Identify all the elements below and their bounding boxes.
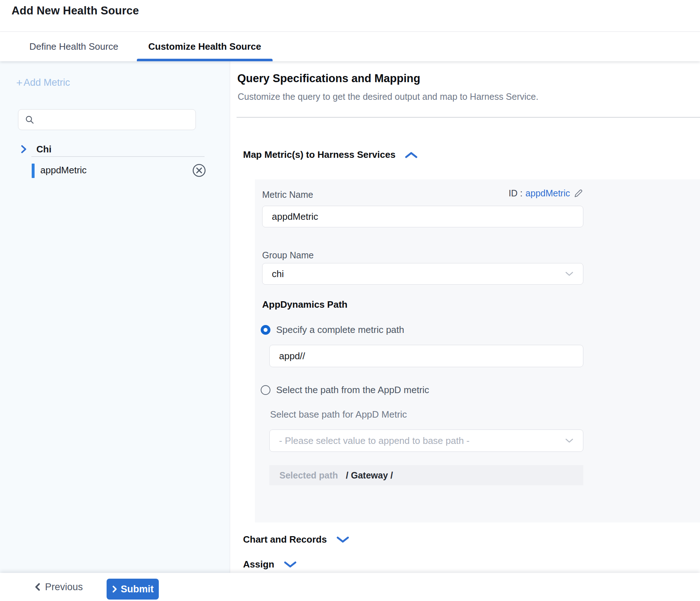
group-name-select[interactable]: chi <box>262 263 583 285</box>
appdynamics-path-heading: AppDynamics Path <box>262 299 347 310</box>
previous-label: Previous <box>45 582 83 593</box>
assign-title: Assign <box>243 559 274 570</box>
metric-name-input[interactable] <box>262 206 583 227</box>
metric-item-label: appdMetric <box>40 165 87 176</box>
base-path-placeholder: - Please select value to append to base … <box>279 435 470 446</box>
search-input[interactable] <box>39 115 196 125</box>
metric-search <box>18 109 196 130</box>
edit-icon[interactable] <box>574 188 583 198</box>
metric-name-label: Metric Name <box>262 190 313 200</box>
radio-unselected-icon <box>261 385 270 395</box>
chevron-right-icon <box>112 585 117 593</box>
divider <box>31 156 205 157</box>
page-title: Add New Health Source <box>12 4 139 17</box>
base-path-select[interactable]: - Please select value to append to base … <box>269 429 583 452</box>
map-metrics-card: Metric Name ID : appdMetric Group Name c… <box>255 179 700 522</box>
metrics-sidebar: + Add Metric Chi appdMetric <box>0 61 230 573</box>
selected-path-value: / Gateway / <box>346 470 393 481</box>
chevron-down-icon <box>565 438 574 443</box>
previous-button[interactable]: Previous <box>34 573 83 601</box>
map-metrics-section-title: Map Metric(s) to Harness Services <box>243 149 395 160</box>
chart-records-section-toggle[interactable]: Chart and Records <box>243 534 349 545</box>
complete-metric-path-input[interactable] <box>269 345 583 367</box>
group-name-value: chi <box>272 268 284 280</box>
main-panel: Query Specifications and Mapping Customi… <box>230 61 700 601</box>
radio-selected-icon <box>261 325 270 335</box>
submit-label: Submit <box>121 584 154 595</box>
group-name-label: Group Name <box>262 250 314 261</box>
tab-define-health-source[interactable]: Define Health Source <box>22 32 125 61</box>
tab-bar: Define Health Source Customize Health So… <box>0 32 700 61</box>
divider <box>237 117 700 117</box>
chevron-down-icon <box>565 271 574 276</box>
section-subtitle: Customize the query to get the desired o… <box>238 92 538 102</box>
sidebar-group-chi[interactable]: Chi <box>0 141 230 157</box>
dialog-header: Add New Health Source <box>0 0 700 32</box>
chart-records-title: Chart and Records <box>243 534 327 545</box>
radio-complete-metric-path[interactable]: Specify a complete metric path <box>261 324 404 335</box>
radio-select-path-label: Select the path from the AppD metric <box>276 384 429 396</box>
footer-bar: Previous Submit <box>0 573 700 601</box>
section-title: Query Specifications and Mapping <box>237 72 420 85</box>
tab-customize-health-source[interactable]: Customize Health Source <box>137 32 273 61</box>
base-path-label: Select base path for AppD Metric <box>270 409 407 420</box>
metric-id-value[interactable]: appdMetric <box>525 188 570 199</box>
remove-metric-icon[interactable] <box>192 163 206 178</box>
selected-indicator <box>32 164 35 178</box>
add-metric-button[interactable]: + Add Metric <box>16 77 70 88</box>
chevron-down-icon <box>284 561 297 568</box>
active-tab-indicator <box>137 59 273 61</box>
chevron-right-icon <box>20 144 27 154</box>
radio-complete-path-label: Specify a complete metric path <box>276 324 404 335</box>
chevron-left-icon <box>34 582 41 592</box>
chevron-down-icon <box>336 536 349 543</box>
submit-button[interactable]: Submit <box>107 579 159 600</box>
group-label: Chi <box>36 144 51 155</box>
radio-select-appd-path[interactable]: Select the path from the AppD metric <box>261 384 429 396</box>
id-prefix-label: ID : <box>508 188 522 199</box>
plus-icon: + <box>16 77 23 88</box>
metric-id-row: ID : appdMetric <box>508 188 583 199</box>
add-metric-label: Add Metric <box>24 77 70 88</box>
selected-path-label: Selected path <box>279 470 338 481</box>
search-icon <box>25 115 35 125</box>
chevron-up-icon <box>405 151 418 159</box>
assign-section-toggle[interactable]: Assign <box>243 559 297 570</box>
map-metrics-section-toggle[interactable]: Map Metric(s) to Harness Services <box>243 149 418 160</box>
sidebar-metric-item[interactable]: appdMetric <box>0 162 230 179</box>
selected-path-row: Selected path / Gateway / <box>269 465 583 485</box>
